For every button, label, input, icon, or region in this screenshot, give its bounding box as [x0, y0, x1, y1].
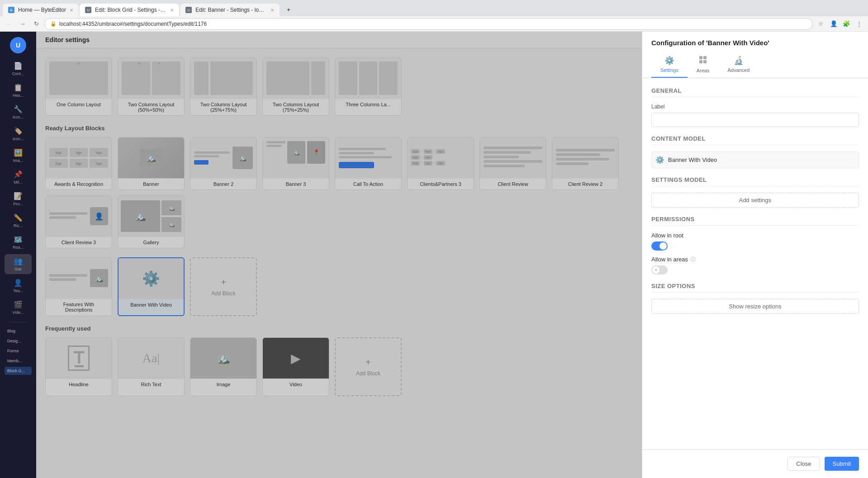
sidebar-item-icon2[interactable]: 🏷️ Icon...: [5, 124, 32, 144]
browser-tab-home[interactable]: B Home — ByteEditor ✕: [3, 4, 79, 16]
block-banner3[interactable]: 🏔️ 📍 Banner 3: [262, 137, 329, 190]
right-panel: Configuration of 'Banner With Video' ⚙️ …: [642, 32, 868, 478]
label-field-label: Label: [651, 104, 859, 110]
extensions-button[interactable]: 🧩: [841, 19, 852, 29]
sidebar-tree-block-c[interactable]: Block G...: [5, 367, 32, 375]
allow-in-areas-toggle-container: ✕: [651, 265, 859, 274]
block-headline[interactable]: T̲ Headline: [45, 337, 112, 396]
sidebar-label-soc: Soc: [6, 267, 30, 271]
block-two-col-50[interactable]: + + Two Columns Layout (50%+50%): [118, 57, 185, 116]
layout-blocks-grid: + One Column Layout + + Two Columns Layo…: [45, 57, 633, 116]
sidebar-item-roa[interactable]: 🗺️ Roa...: [5, 232, 32, 252]
reload-button[interactable]: ↻: [31, 19, 42, 29]
content-model-icon: ⚙️: [655, 156, 664, 164]
menu-button[interactable]: ⋮: [854, 19, 864, 29]
sidebar-tree-members[interactable]: Memb...: [5, 357, 32, 365]
block-client-review3[interactable]: 👤 Client Review 3: [45, 195, 112, 248]
block-client-review[interactable]: Client Review: [479, 137, 546, 190]
label-input[interactable]: [651, 113, 859, 127]
sidebar-item-tea[interactable]: 👤 Tea...: [5, 276, 32, 296]
forward-button[interactable]: →: [17, 19, 28, 29]
browser-tab-banner[interactable]: U Edit: Banner - Settings - localh... ✕: [180, 4, 280, 16]
add-icon: +: [221, 277, 226, 288]
profile-button[interactable]: 👤: [828, 19, 839, 29]
block-banner-video[interactable]: ⚙️ Banner With Video: [118, 257, 185, 316]
tab-close-home[interactable]: ✕: [70, 8, 73, 13]
sidebar-item-pro[interactable]: 📝 Pro...: [5, 189, 32, 209]
block-label-cta: Call To Action: [335, 178, 401, 189]
block-features[interactable]: 🏔️ Features With Descriptions: [45, 257, 112, 316]
browser-tab-block-grid[interactable]: U Edit: Block Grid - Settings - loc... ✕: [80, 4, 179, 16]
block-clients[interactable]: logo / logo / logo logo / logo: [407, 137, 474, 190]
sidebar-item-rich[interactable]: ✏️ Ric...: [5, 211, 32, 231]
tab-title-banner: Edit: Banner - Settings - localh...: [195, 7, 267, 13]
settings-tab-label: Settings: [660, 67, 678, 73]
sidebar-item-icon1[interactable]: 🔧 Icon...: [5, 102, 32, 122]
block-client-review2[interactable]: Client Review 2: [552, 137, 619, 190]
app-logo[interactable]: U: [10, 37, 26, 53]
block-label-two-col-75: Two Columns Layout (75%+25%): [263, 99, 329, 115]
block-gallery[interactable]: 🏔️ 🏔️ 🏔️ Gallery: [118, 195, 185, 248]
submit-button[interactable]: Submit: [825, 457, 859, 471]
close-button[interactable]: Close: [787, 457, 820, 471]
block-banner[interactable]: 🏔️ Banner: [118, 137, 185, 190]
block-cta[interactable]: Call To Action: [335, 137, 402, 190]
sidebar-item-soc[interactable]: 👥 Soc: [5, 254, 32, 274]
sidebar-item-image[interactable]: 🖼️ Ima...: [5, 146, 32, 166]
block-label-banner3: Banner 3: [263, 178, 329, 189]
custom-blocks-grid: 🏔️ Features With Descriptions ⚙️ Banner …: [45, 257, 633, 316]
block-one-col[interactable]: + One Column Layout: [45, 57, 112, 116]
block-label-two-col-50: Two Columns Layout (50%+50%): [118, 99, 184, 115]
add-block-label-1: Add Block: [211, 290, 236, 297]
tab-close-block-grid[interactable]: ✕: [170, 8, 174, 13]
add-block-frequent[interactable]: + Add Block: [335, 337, 402, 396]
areas-tab-label: Areas: [697, 68, 710, 73]
back-button[interactable]: ←: [4, 19, 14, 29]
sidebar-tree-blog[interactable]: Blog: [5, 327, 32, 335]
allow-in-root-toggle[interactable]: [651, 241, 668, 251]
sidebar-label-vid: Vide...: [6, 310, 30, 315]
add-settings-button[interactable]: Add settings: [651, 193, 859, 208]
sidebar-item-headings[interactable]: 📋 Hea...: [5, 80, 32, 100]
panel-body: General Label Content model ⚙️ Banner Wi…: [642, 78, 868, 449]
svg-rect-2: [699, 60, 702, 63]
show-resize-options-button[interactable]: Show resize options: [651, 299, 859, 314]
content-model-name: Banner With Video: [668, 156, 717, 163]
advanced-tab-label: Advanced: [728, 67, 750, 73]
sidebar-item-content[interactable]: 📄 Cont...: [5, 59, 32, 79]
block-image[interactable]: 🏔️ Image: [190, 337, 257, 396]
panel-tab-settings[interactable]: ⚙️ Settings: [651, 52, 688, 78]
block-two-col-25[interactable]: Two Columns Layout (25%+75%): [190, 57, 257, 116]
permissions-section-heading: Permissions: [651, 216, 859, 226]
bookmark-button[interactable]: ☆: [816, 19, 826, 29]
allow-in-areas-toggle[interactable]: ✕: [651, 265, 668, 274]
frequently-used-title: Frequently used: [45, 325, 633, 332]
block-preview-client-review: [480, 137, 546, 178]
sidebar-tree-design[interactable]: Desig...: [5, 337, 32, 345]
new-tab-button[interactable]: +: [280, 4, 297, 16]
block-label-client-review2: Client Review 2: [552, 178, 618, 189]
block-video[interactable]: ▶ Video: [262, 337, 329, 396]
sidebar-item-vid[interactable]: 🎬 Vide...: [5, 298, 32, 317]
rich-text-icon: Aa|: [142, 351, 160, 365]
block-label-two-col-25: Two Columns Layout (25%+75%): [190, 99, 256, 115]
block-awards[interactable]: logo logo logo logo logo logo Awards & R…: [45, 137, 112, 190]
address-bar[interactable]: 🔒 localhost:44352/umbraco#/settings/docu…: [44, 18, 813, 30]
tab-close-banner[interactable]: ✕: [270, 8, 274, 13]
sidebar-item-mil[interactable]: 📌 Mil...: [5, 167, 32, 187]
allow-in-areas-label: Allow in areas ⓘ: [651, 256, 859, 263]
block-banner2[interactable]: 🏔️ Banner 2: [190, 137, 257, 190]
browser-action-buttons: ☆ 👤 🧩 ⋮: [816, 19, 864, 29]
text-icon: T̲: [68, 345, 90, 371]
panel-tab-advanced[interactable]: 🔬 Advanced: [719, 52, 759, 78]
panel-tab-areas[interactable]: Areas: [688, 52, 719, 78]
block-two-col-75[interactable]: Two Columns Layout (75%+25%): [262, 57, 329, 116]
block-preview-banner3: 🏔️ 📍: [263, 137, 329, 178]
block-rich-text[interactable]: Aa| Rich Text: [118, 337, 185, 396]
sidebar-tree-forms[interactable]: Forms: [5, 347, 32, 355]
areas-tab-icon: [699, 56, 707, 66]
add-block-custom[interactable]: + Add Block: [190, 257, 257, 316]
allow-in-areas-row: Allow in areas ⓘ ✕: [651, 256, 859, 274]
block-label-features: Features With Descriptions: [46, 298, 112, 315]
block-three-col[interactable]: Three Columns La...: [335, 57, 402, 116]
